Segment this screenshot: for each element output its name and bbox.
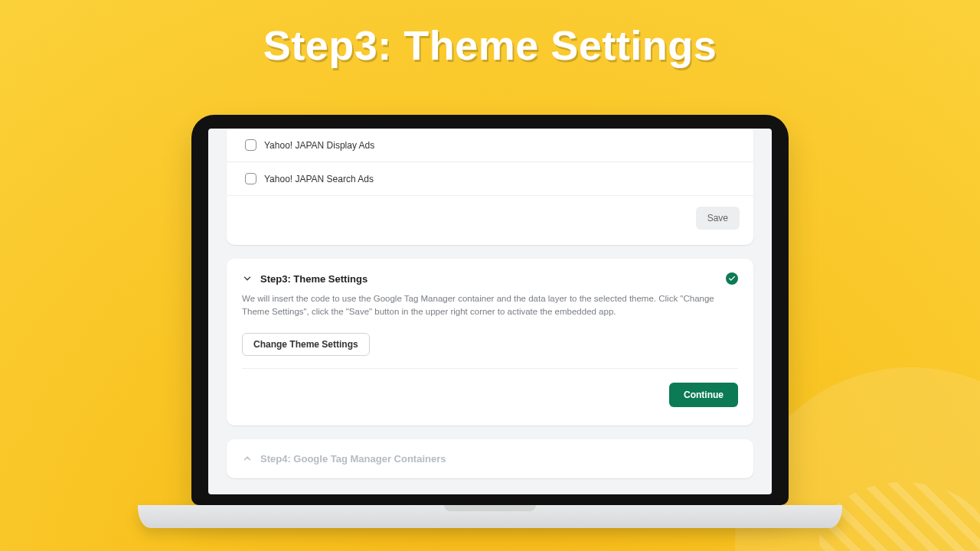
- step3-card: Step3: Theme Settings We will insert the…: [227, 259, 753, 425]
- laptop-base: [138, 505, 842, 528]
- hero-title: Step3: Theme Settings: [0, 21, 980, 69]
- list-item-label: Yahoo! JAPAN Search Ads: [264, 174, 374, 184]
- list-item[interactable]: Yahoo! JAPAN Display Ads: [227, 129, 753, 162]
- step3-action-bar: Change Theme Settings: [242, 330, 738, 369]
- chevron-down-icon: [242, 273, 253, 284]
- step3-title-wrap: Step3: Theme Settings: [242, 273, 368, 285]
- step3-body: We will insert the code to use the Googl…: [227, 292, 753, 425]
- ads-selection-card: Yahoo! JAPAN Display Ads Yahoo! JAPAN Se…: [227, 129, 753, 245]
- save-button[interactable]: Save: [696, 207, 740, 230]
- laptop-screen: Yahoo! JAPAN Display Ads Yahoo! JAPAN Se…: [208, 129, 772, 494]
- list-item[interactable]: Yahoo! JAPAN Search Ads: [227, 162, 753, 196]
- checkbox-icon[interactable]: [245, 139, 256, 151]
- continue-button[interactable]: Continue: [669, 383, 738, 407]
- step3-description: We will insert the code to use the Googl…: [242, 292, 738, 319]
- status-complete-icon: [726, 272, 738, 285]
- step4-title-wrap: Step4: Google Tag Manager Containers: [242, 453, 446, 465]
- checkbox-icon[interactable]: [245, 173, 256, 184]
- laptop-bezel: Yahoo! JAPAN Display Ads Yahoo! JAPAN Se…: [191, 115, 789, 505]
- step4-card: Step4: Google Tag Manager Containers: [227, 439, 753, 478]
- laptop-mockup: Yahoo! JAPAN Display Ads Yahoo! JAPAN Se…: [191, 115, 789, 528]
- step3-title: Step3: Theme Settings: [260, 273, 368, 285]
- step3-header[interactable]: Step3: Theme Settings: [227, 259, 753, 292]
- chevron-up-icon: [242, 453, 253, 464]
- app-content: Yahoo! JAPAN Display Ads Yahoo! JAPAN Se…: [208, 129, 772, 494]
- save-row: Save: [227, 196, 753, 240]
- step4-title: Step4: Google Tag Manager Containers: [260, 453, 446, 465]
- step4-header[interactable]: Step4: Google Tag Manager Containers: [227, 439, 753, 478]
- change-theme-settings-button[interactable]: Change Theme Settings: [242, 333, 370, 356]
- list-item-label: Yahoo! JAPAN Display Ads: [264, 140, 374, 151]
- step3-continue-bar: Continue: [242, 369, 738, 421]
